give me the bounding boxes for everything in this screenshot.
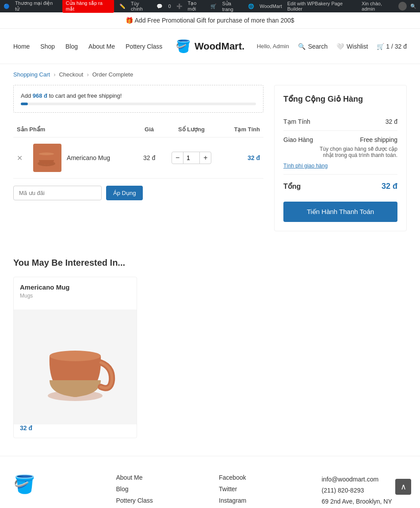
subtotal-value: 32 đ: [386, 118, 397, 125]
qty-cell: − +: [161, 138, 221, 179]
footer-logo-icon: 🪣: [13, 474, 35, 495]
cart-button[interactable]: 🛒 1 / 32 đ: [377, 43, 407, 50]
store-link[interactable]: Thương mại điện tử: [15, 0, 57, 12]
main-nav: Home Shop Blog About Me Pottery Class: [13, 43, 162, 50]
free-shipping-tag: Free shipping: [360, 136, 397, 143]
coupon-row: Áp Dụng: [13, 179, 263, 207]
svg-point-4: [50, 351, 101, 361]
product-card-info: Americano Mug Mugs: [14, 277, 137, 309]
checkout-button[interactable]: Tiến Hành Thanh Toán: [283, 202, 397, 222]
table-row: ✕: [13, 138, 263, 179]
admin-greeting: Xin chào, admin: [362, 1, 395, 11]
back-to-top-button[interactable]: ∧: [395, 479, 411, 495]
apply-coupon-button[interactable]: Áp Dụng: [106, 186, 143, 200]
breadcrumb: Shopping Cart › Checkout › Order Complet…: [0, 64, 420, 85]
shipping-note: Tùy chọn giao hàng sẽ được cập nhật tron…: [318, 146, 397, 158]
main-content: Add 968 đ to cart and get free shipping!…: [0, 85, 420, 249]
progress-bar-bg: [21, 103, 256, 105]
breadcrumb-cart[interactable]: Shopping Cart: [13, 71, 50, 78]
product-cell: Americano Mug: [30, 138, 137, 179]
breadcrumb-checkout: Checkout: [59, 71, 83, 78]
nav-shop[interactable]: Shop: [40, 43, 55, 50]
comment-icon: 💬: [157, 4, 163, 9]
footer-contact: info@woodmart.com (211) 820-8293 69 2nd …: [322, 474, 407, 508]
qty-control: − +: [172, 152, 211, 164]
calculate-shipping-link[interactable]: Tính phí giao hàng: [283, 163, 328, 169]
breadcrumb-sep-2: ›: [87, 71, 88, 78]
total-label: Tổng: [283, 182, 301, 191]
footer-link-about[interactable]: About Me: [116, 474, 143, 481]
shipping-msg-post: to cart and get free shipping!: [49, 92, 122, 99]
plus-icon: ➕: [176, 4, 183, 9]
product-card: Americano Mug Mugs 32 đ: [13, 277, 137, 438]
summary-box: Tổng Cộng Giỏ Hàng Tạm Tính 32 đ Giao Hà…: [274, 85, 407, 231]
edit-store-link[interactable]: Sửa trang: [222, 1, 243, 12]
subtotal-label: Tạm Tính: [283, 118, 310, 125]
shipping-row: Giao Hàng Free shipping Tùy chọn giao hà…: [283, 131, 397, 175]
progress-bar-fill: [21, 103, 28, 105]
footer-twitter[interactable]: Twitter: [219, 485, 237, 493]
store-icon: 🛒: [210, 4, 217, 9]
shipping-amount: 968 đ: [33, 92, 47, 99]
nav-pottery[interactable]: Pottery Class: [126, 43, 162, 50]
svg-point-1: [39, 153, 54, 155]
edit-with-link[interactable]: Edit with WPBakery Page Builder: [287, 1, 356, 11]
qty-decrease-button[interactable]: −: [172, 152, 183, 164]
notif-link[interactable]: 0: [168, 4, 171, 9]
cart-section: Add 968 đ to cart and get free shipping!…: [13, 85, 263, 207]
customize-link[interactable]: Tùy chỉnh: [131, 1, 151, 12]
cache-label: Cửa hàng sắp ra mắt: [62, 0, 114, 13]
cart-count: 1 / 32 đ: [386, 43, 407, 50]
coupon-input[interactable]: [13, 186, 102, 200]
col-qty: Số Lượng: [161, 122, 221, 138]
footer-instagram[interactable]: Instagram: [219, 497, 246, 504]
cart-icon: 🛒: [377, 43, 384, 50]
shipping-msg-pre: Add: [21, 92, 31, 99]
wishlist-button[interactable]: 🤍 Wishlist: [336, 43, 368, 50]
promo-banner: 🎁 Add Free Promotional Gift for purchase…: [0, 12, 420, 29]
footer-social-col: Facebook Twitter Instagram YouTube: [210, 474, 313, 508]
footer-facebook[interactable]: Facebook: [219, 474, 246, 481]
admin-bar: 🔵 Thương mại điện tử Cửa hàng sắp ra mắt…: [0, 0, 420, 12]
interests-section: You May Be Interested In... Americano Mu…: [0, 249, 420, 456]
interests-title: You May Be Interested In...: [13, 258, 407, 268]
qty-increase-button[interactable]: +: [199, 152, 211, 164]
footer-link-blog[interactable]: Blog: [116, 485, 129, 493]
contact-email: info@woodmart.com: [322, 474, 407, 485]
nav-home[interactable]: Home: [13, 43, 30, 50]
remove-cell: ✕: [13, 138, 30, 179]
shipping-message: Add 968 đ to cart and get free shipping!: [21, 92, 256, 99]
footer-social-links: Facebook Twitter Instagram YouTube: [219, 474, 304, 508]
product-card-price: 32 đ: [14, 424, 137, 438]
heart-icon: 🤍: [336, 43, 344, 50]
nav-about[interactable]: About Me: [88, 43, 115, 50]
product-image: [33, 144, 61, 172]
nav-blog[interactable]: Blog: [65, 43, 78, 50]
shipping-label: Giao Hàng: [283, 136, 313, 143]
footer-contact-col: info@woodmart.com (211) 820-8293 69 2nd …: [313, 474, 407, 508]
col-subtotal: Tạm Tính: [221, 122, 263, 138]
free-shipping-bar: Add 968 đ to cart and get free shipping!: [13, 85, 263, 113]
remove-button[interactable]: ✕: [17, 154, 23, 162]
contact-phone: (211) 820-8293: [322, 485, 407, 496]
site-label-link[interactable]: WoodMart: [260, 4, 282, 9]
subtotal-row: Tạm Tính 32 đ: [283, 113, 397, 131]
col-price: Giá: [137, 122, 161, 138]
total-row: Tổng 32 đ: [283, 175, 397, 198]
logo-icon: 🪣: [176, 39, 191, 53]
new-post-link[interactable]: Tạo mới: [188, 0, 206, 12]
qty-input[interactable]: [183, 154, 199, 161]
globe-icon: 🌐: [248, 4, 254, 9]
search-icon-admin[interactable]: 🔍: [410, 4, 416, 9]
admin-avatar: [398, 2, 407, 11]
pencil-icon: ✏️: [119, 4, 126, 9]
footer: 🪣 About Me Blog Pottery Class Shipping &…: [0, 456, 420, 508]
footer-logo: 🪣: [13, 474, 99, 495]
search-label: Search: [308, 43, 328, 50]
footer-links: About Me Blog Pottery Class Shipping & R…: [116, 474, 202, 508]
total-value: 32 đ: [382, 182, 397, 191]
footer-link-pottery[interactable]: Pottery Class: [116, 497, 153, 504]
search-button[interactable]: 🔍 Search: [298, 43, 328, 50]
search-icon: 🔍: [298, 43, 305, 50]
chevron-up-icon: ∧: [401, 482, 406, 492]
